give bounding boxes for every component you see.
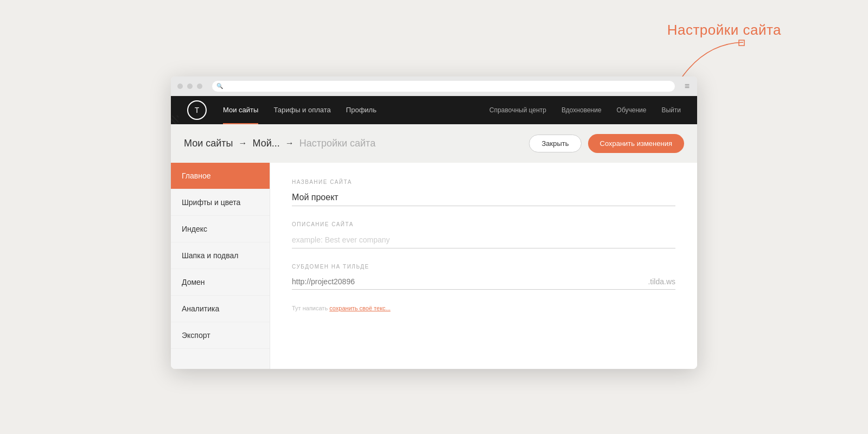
browser-chrome: 🔍 ≡ (171, 76, 697, 96)
browser-dot-3 (197, 84, 202, 89)
close-button[interactable]: Закрыть (529, 135, 581, 152)
sidebar-item-main[interactable]: Главное (171, 163, 270, 189)
nav-item-my-sites[interactable]: Мои сайты (215, 96, 266, 124)
search-icon: 🔍 (216, 83, 223, 89)
main-content: Главное Шрифты и цвета Индекс Шапка и по… (171, 163, 697, 369)
nav-right: Справочный центр Вдохновение Обучение Вы… (482, 96, 688, 124)
breadcrumb: Мои сайты → Мой... → Настройки сайта (184, 138, 375, 149)
breadcrumb-arrow-1: → (239, 138, 247, 148)
nav-item-tariffs[interactable]: Тарифы и оплата (266, 96, 338, 124)
sidebar-item-analytics[interactable]: Аналитика (171, 296, 270, 322)
nav-pattern (171, 116, 178, 124)
nav-item-help[interactable]: Справочный центр (482, 96, 554, 124)
nav-left: Мои сайты Тарифы и оплата Профиль (215, 96, 384, 124)
subdomain-label: СУБДОМЕН НА ТИЛЬДЕ (292, 264, 675, 270)
browser-dot-1 (177, 84, 183, 89)
hint-text: Тут написать сохранить своё текс... (292, 305, 675, 311)
browser-window: 🔍 ≡ T Мои сайты Тарифы и оплата Профиль (171, 76, 697, 369)
browser-menu-icon: ≡ (685, 81, 691, 91)
breadcrumb-actions: Закрыть Сохранить изменения (529, 134, 684, 153)
browser-dot-2 (187, 84, 193, 89)
navigation: T Мои сайты Тарифы и оплата Профиль Спра… (171, 96, 697, 124)
sidebar-item-domain[interactable]: Домен (171, 269, 270, 296)
breadcrumb-bar: Мои сайты → Мой... → Настройки сайта Зак… (171, 124, 697, 163)
site-description-input[interactable] (292, 232, 675, 248)
hint-link[interactable]: сохранить своё текс... (329, 305, 391, 311)
nav-item-profile[interactable]: Профиль (339, 96, 384, 124)
annotation-label: Настройки сайта (667, 22, 781, 39)
breadcrumb-my-sites[interactable]: Мои сайты (184, 138, 233, 149)
nav-item-logout[interactable]: Выйти (654, 96, 688, 124)
subdomain-row: .tilda.ws (292, 274, 675, 290)
site-name-label: НАЗВАНИЕ САЙТА (292, 179, 675, 185)
annotation: Настройки сайта (656, 22, 781, 39)
sidebar-item-export[interactable]: Экспорт (171, 322, 270, 349)
sidebar-item-fonts[interactable]: Шрифты и цвета (171, 189, 270, 216)
browser-addressbar[interactable]: 🔍 (212, 81, 675, 92)
site-name-value[interactable]: Мой проект (292, 189, 675, 206)
save-button[interactable]: Сохранить изменения (588, 134, 685, 153)
breadcrumb-settings: Настройки сайта (299, 138, 375, 149)
settings-content: НАЗВАНИЕ САЙТА Мой проект ОПИСАНИЕ САЙТА… (270, 163, 697, 369)
site-description-label: ОПИСАНИЕ САЙТА (292, 221, 675, 227)
logo[interactable]: T (187, 100, 207, 120)
breadcrumb-my-project[interactable]: Мой... (253, 138, 280, 149)
sidebar-item-index[interactable]: Индекс (171, 216, 270, 242)
subdomain-input[interactable] (292, 274, 648, 289)
nav-item-inspiration[interactable]: Вдохновение (554, 96, 609, 124)
sidebar-item-header-footer[interactable]: Шапка и подвал (171, 242, 270, 269)
breadcrumb-arrow-2: → (285, 138, 294, 148)
site-description-field: ОПИСАНИЕ САЙТА (292, 221, 675, 248)
sidebar: Главное Шрифты и цвета Индекс Шапка и по… (171, 163, 270, 369)
subdomain-suffix: .tilda.ws (648, 277, 675, 286)
site-name-field: НАЗВАНИЕ САЙТА Мой проект (292, 179, 675, 206)
nav-item-learning[interactable]: Обучение (609, 96, 654, 124)
subdomain-field: СУБДОМЕН НА ТИЛЬДЕ .tilda.ws (292, 264, 675, 290)
logo-letter: T (195, 106, 200, 114)
